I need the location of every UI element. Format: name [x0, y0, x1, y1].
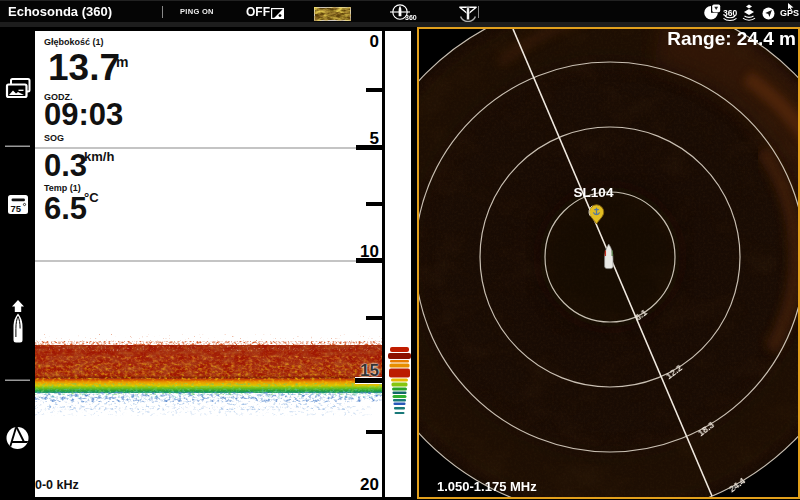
svg-text:75: 75 — [11, 203, 22, 214]
